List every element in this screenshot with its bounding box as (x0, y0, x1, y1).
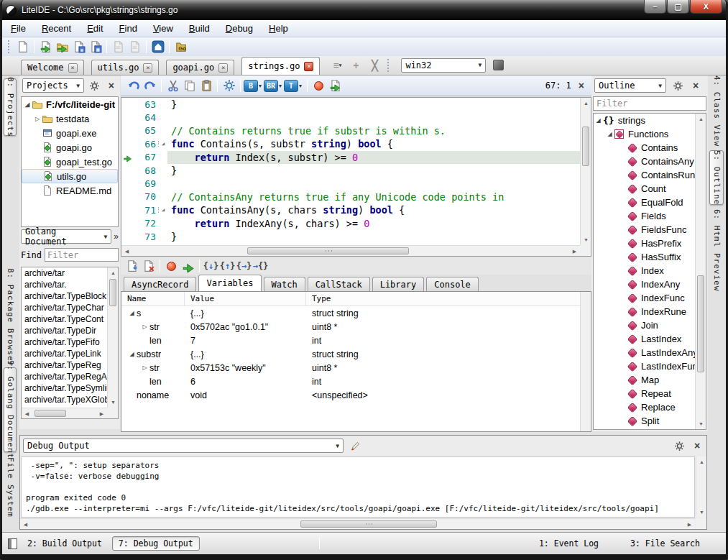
tree-item-F-vfc-liteide-git[interactable]: ◢F:/vfc/liteide-git (22, 97, 118, 111)
menu-help[interactable]: Help (269, 23, 288, 34)
find-filter-input[interactable] (45, 248, 119, 262)
new-file-icon[interactable] (14, 39, 31, 55)
remove-breakpoint-icon[interactable] (140, 258, 157, 274)
doc-list-vscrollbar[interactable]: ▲▼ (107, 267, 118, 408)
add-split-icon[interactable]: + (347, 58, 364, 73)
column-type[interactable]: Type (306, 292, 591, 306)
expander-icon[interactable]: ◢ (127, 351, 137, 357)
export-go-icon[interactable] (327, 78, 344, 93)
debug-tab-asyncrecord[interactable]: AsyncRecord (124, 277, 196, 291)
editor-vscrollbar[interactable]: ▲▼ (580, 98, 591, 245)
step-into-icon[interactable]: {↓} (203, 258, 219, 274)
code-line-69[interactable]: 69 (121, 177, 580, 190)
expander-icon[interactable]: ▷ (140, 364, 149, 371)
code-line-68[interactable]: 68} (121, 164, 580, 177)
overflow-chevron-icon[interactable]: » (114, 231, 119, 242)
close-all-icon[interactable]: ╳ (366, 58, 383, 73)
target-combo[interactable]: win32 ▼ (401, 58, 486, 73)
menu-view[interactable]: View (153, 23, 173, 34)
step-out-icon[interactable]: {→} (236, 258, 252, 274)
cut-icon[interactable] (165, 78, 181, 93)
tab-strings-go[interactable]: strings.go× (241, 57, 320, 75)
tab-goapi-go[interactable]: goapi.go× (166, 60, 234, 75)
variables-vscrollbar[interactable] (580, 292, 591, 431)
build-b-button[interactable]: B (244, 80, 258, 92)
tree-item-README-md[interactable]: README.md (22, 183, 118, 198)
gear-icon[interactable] (88, 78, 101, 93)
debug-output-vscrollbar[interactable]: ▲▼ (696, 456, 706, 518)
outline-function-Contains[interactable]: Contains (594, 141, 695, 155)
outline-function-EqualFold[interactable]: EqualFold (594, 196, 695, 209)
stop-red-icon[interactable] (163, 258, 180, 274)
build-t-button[interactable]: T (284, 80, 298, 92)
outline-vscrollbar[interactable]: ▲▼ (695, 114, 706, 429)
redo-icon[interactable] (142, 78, 158, 93)
restore-button[interactable]: ▢ (667, 0, 689, 14)
doc-list-item[interactable]: archive/tar (22, 267, 107, 279)
code-line-65[interactable]: 65// Contains returns true if substr is … (121, 124, 580, 137)
variable-row[interactable]: len7int (121, 334, 591, 347)
outline-combo[interactable]: Outline ▼ (594, 78, 666, 93)
clear-output-icon[interactable] (348, 439, 362, 453)
debug-tab-watch[interactable]: Watch (264, 277, 305, 291)
outline-function-SplitAfter[interactable]: SplitAfter (594, 428, 695, 429)
menu-recent[interactable]: Recent (42, 23, 71, 34)
menu-find[interactable]: Find (119, 23, 137, 34)
tree-item-goapi-exe[interactable]: goapi.exe (22, 126, 118, 140)
menu-debug[interactable]: Debug (226, 23, 253, 34)
outline-function-Join[interactable]: Join (594, 318, 695, 332)
run-to-line-icon[interactable]: →{} (252, 258, 269, 274)
continue-green-icon[interactable] (180, 258, 196, 274)
variable-row[interactable]: ◢s{...}struct string (121, 306, 591, 320)
menu-file[interactable]: File (11, 23, 26, 34)
debug-output-combo[interactable]: Debug Output ▼ (23, 439, 344, 453)
debug-tab-variables[interactable]: Variables (198, 275, 261, 291)
code-line-72[interactable]: 72 return IndexAny(s, chars) >= 0 (121, 217, 580, 230)
debug-tab-console[interactable]: Console (426, 277, 479, 291)
expander-open-icon[interactable]: ◢ (594, 117, 603, 124)
open-file-icon[interactable] (37, 39, 54, 55)
doc-list-item[interactable]: archive/tar.TypeFifo (22, 336, 107, 348)
titlebar[interactable]: LiteIDE - C:\Go\src\pkg\strings\strings.… (0, 0, 728, 20)
doc-list-item[interactable]: archive/tar.TypeCont (22, 313, 107, 325)
env-button[interactable] (493, 60, 504, 70)
expander-closed-icon[interactable]: ▷ (33, 116, 42, 122)
outline-function-IndexFunc[interactable]: IndexFunc (594, 291, 695, 305)
outline-function-LastIndexAny[interactable]: LastIndexAny (594, 346, 695, 359)
panel-close-icon[interactable]: × (691, 440, 704, 451)
doc-list-item[interactable]: archive/tar.TypeDir (22, 325, 107, 336)
export-gray-icon[interactable] (126, 39, 143, 55)
code-line-67[interactable]: 67 return Index(s, substr) >= 0 (121, 151, 580, 164)
editor-hscrollbar[interactable]: ◀▶ (121, 245, 580, 256)
rail-6-html-preview[interactable]: 6: Html Preview (709, 211, 724, 290)
outline-function-HasPrefix[interactable]: HasPrefix (594, 237, 695, 250)
open-folder-icon[interactable] (54, 39, 70, 55)
rail-4-class-view[interactable]: 4: Class View (709, 78, 724, 144)
debug-output-hscrollbar[interactable]: ◀▶ (20, 518, 695, 529)
variable-row[interactable]: ▷str0x5702ac "go1.0.1"uint8 * (121, 320, 591, 334)
outline-root[interactable]: ◢{}strings (594, 114, 695, 127)
expander-open-icon[interactable]: ◢ (605, 131, 614, 137)
home-icon[interactable] (149, 39, 166, 55)
tab-utils-go[interactable]: utils.go× (91, 60, 160, 75)
statusbar-1-event-log[interactable]: 1: Event Log (539, 538, 599, 548)
rail-0-projects[interactable]: 0: Projects (4, 78, 17, 136)
panel-close-icon[interactable]: × (689, 80, 702, 91)
outline-function-Replace[interactable]: Replace (594, 400, 695, 414)
code-line-63[interactable]: 63} (121, 98, 580, 111)
insert-breakpoint-icon[interactable] (124, 258, 140, 274)
tab-list-icon[interactable]: ≡▾ (328, 58, 346, 73)
tree-item-goapi-go[interactable]: goapi.go (22, 140, 118, 155)
rail-8-package-browser[interactable]: 8: Package Browser (4, 274, 17, 362)
outline-function-LastIndexFunc[interactable]: LastIndexFunc (594, 359, 695, 373)
variable-row[interactable]: nonamevoid<unspecified> (121, 388, 591, 402)
expander-icon[interactable]: ◢ (127, 310, 137, 316)
outline-function-ContainsAny[interactable]: ContainsAny (594, 155, 695, 168)
stop-red-icon[interactable] (310, 78, 327, 93)
expander-icon[interactable]: ▷ (140, 323, 149, 330)
copy-icon[interactable] (181, 78, 198, 93)
doc-list-item[interactable]: archive/tar.TypeReg (22, 359, 107, 371)
gear-icon[interactable] (672, 439, 686, 453)
import-gray-icon[interactable] (110, 39, 126, 55)
expander-open-icon[interactable]: ◢ (23, 101, 32, 108)
